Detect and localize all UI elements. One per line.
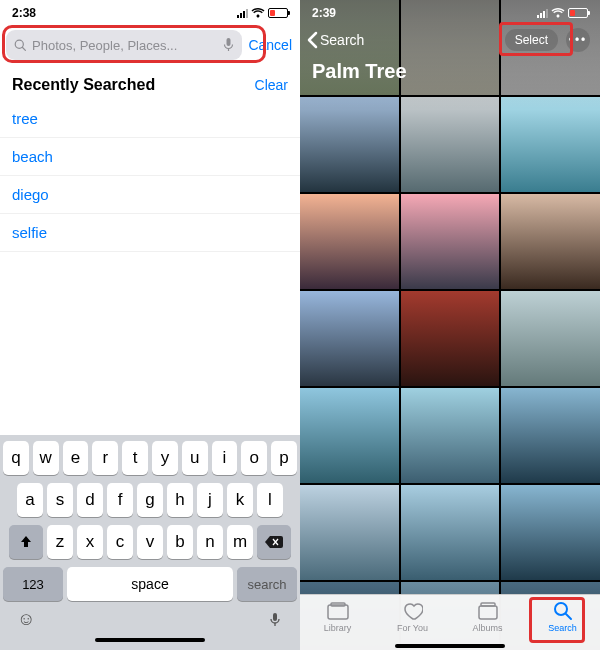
ios-keyboard: q w e r t y u i o p a s d f g h j k l z … (0, 435, 300, 650)
svg-line-11 (566, 614, 571, 619)
keyboard-function-row: ☺ (3, 607, 297, 632)
photo-thumbnail[interactable] (300, 97, 399, 192)
backspace-icon (265, 536, 283, 548)
search-icon (552, 601, 574, 621)
tab-bar: Library For You Albums Search (300, 594, 600, 650)
svg-rect-6 (328, 605, 348, 619)
recent-item[interactable]: selfie (0, 214, 300, 252)
key-shift[interactable] (9, 525, 43, 559)
key-c[interactable]: c (107, 525, 133, 559)
cellular-signal-icon (237, 8, 248, 18)
key-b[interactable]: b (167, 525, 193, 559)
key-z[interactable]: z (47, 525, 73, 559)
page-title: Palm Tree (300, 56, 600, 91)
photo-thumbnail[interactable] (401, 97, 500, 192)
clear-button[interactable]: Clear (255, 77, 288, 93)
nav-bar: Search Select ••• (300, 26, 600, 56)
key-p[interactable]: p (271, 441, 297, 475)
section-title: Recently Searched (12, 76, 155, 94)
photo-thumbnail[interactable] (401, 291, 500, 386)
photo-thumbnail[interactable] (501, 194, 600, 289)
back-button[interactable]: Search (306, 31, 364, 49)
key-x[interactable]: x (77, 525, 103, 559)
key-o[interactable]: o (241, 441, 267, 475)
key-n[interactable]: n (197, 525, 223, 559)
key-w[interactable]: w (33, 441, 59, 475)
key-f[interactable]: f (107, 483, 133, 517)
key-j[interactable]: j (197, 483, 223, 517)
key-a[interactable]: a (17, 483, 43, 517)
key-backspace[interactable] (257, 525, 291, 559)
albums-icon (477, 601, 499, 621)
for-you-icon (402, 601, 424, 621)
cancel-button[interactable]: Cancel (248, 37, 292, 53)
key-m[interactable]: m (227, 525, 253, 559)
recent-item[interactable]: tree (0, 100, 300, 138)
photo-thumbnail[interactable] (300, 291, 399, 386)
recent-item[interactable]: diego (0, 176, 300, 214)
tab-search[interactable]: Search (525, 601, 600, 633)
photo-thumbnail[interactable] (300, 194, 399, 289)
key-123[interactable]: 123 (3, 567, 63, 601)
tab-albums[interactable]: Albums (450, 601, 525, 633)
photo-thumbnail[interactable] (401, 485, 500, 580)
search-input[interactable] (32, 38, 218, 53)
emoji-icon[interactable]: ☺ (17, 609, 35, 630)
home-indicator[interactable] (395, 644, 505, 648)
photo-thumbnail[interactable] (300, 485, 399, 580)
wifi-icon (251, 8, 265, 18)
photo-thumbnail[interactable] (401, 388, 500, 483)
microphone-icon[interactable] (223, 38, 234, 52)
back-label: Search (320, 32, 364, 48)
more-button[interactable]: ••• (566, 28, 590, 52)
keyboard-row-4: 123 space search (3, 567, 297, 601)
key-r[interactable]: r (92, 441, 118, 475)
svg-point-10 (555, 603, 567, 615)
recent-item[interactable]: beach (0, 138, 300, 176)
key-g[interactable]: g (137, 483, 163, 517)
key-d[interactable]: d (77, 483, 103, 517)
status-bar: 2:38 (0, 0, 300, 26)
key-u[interactable]: u (182, 441, 208, 475)
key-k[interactable]: k (227, 483, 253, 517)
key-l[interactable]: l (257, 483, 283, 517)
header-actions: Select ••• (505, 28, 590, 52)
svg-rect-4 (273, 613, 277, 621)
svg-line-1 (23, 47, 26, 50)
keyboard-row-3: z x c v b n m (3, 525, 297, 559)
key-q[interactable]: q (3, 441, 29, 475)
key-search-action[interactable]: search (237, 567, 297, 601)
status-time: 2:38 (12, 6, 36, 20)
battery-icon (268, 8, 288, 18)
photo-thumbnail[interactable] (501, 485, 600, 580)
photo-thumbnail[interactable] (501, 97, 600, 192)
svg-rect-2 (227, 38, 231, 46)
svg-rect-9 (481, 603, 495, 606)
library-icon (327, 601, 349, 621)
keyboard-row-2: a s d f g h j k l (3, 483, 297, 517)
key-h[interactable]: h (167, 483, 193, 517)
tab-label: For You (397, 623, 428, 633)
key-v[interactable]: v (137, 525, 163, 559)
key-e[interactable]: e (63, 441, 89, 475)
photo-thumbnail[interactable] (300, 388, 399, 483)
recent-search-list: tree beach diego selfie (0, 100, 300, 252)
key-t[interactable]: t (122, 441, 148, 475)
photo-thumbnail[interactable] (501, 291, 600, 386)
svg-rect-8 (479, 606, 497, 619)
key-space[interactable]: space (67, 567, 233, 601)
tab-for-you[interactable]: For You (375, 601, 450, 633)
home-indicator[interactable] (95, 638, 205, 642)
key-y[interactable]: y (152, 441, 178, 475)
key-i[interactable]: i (212, 441, 238, 475)
ellipsis-icon: ••• (569, 33, 588, 47)
photo-thumbnail[interactable] (401, 194, 500, 289)
keyboard-row-1: q w e r t y u i o p (3, 441, 297, 475)
key-s[interactable]: s (47, 483, 73, 517)
select-button[interactable]: Select (505, 29, 558, 51)
tab-label: Library (324, 623, 352, 633)
photo-thumbnail[interactable] (501, 388, 600, 483)
tab-library[interactable]: Library (300, 601, 375, 633)
dictation-icon[interactable] (267, 612, 283, 628)
search-icon (14, 39, 27, 52)
